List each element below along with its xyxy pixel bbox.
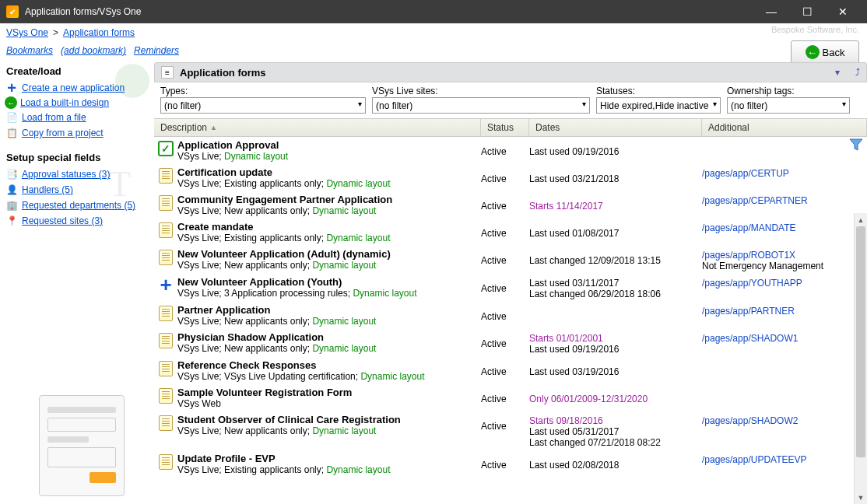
- table-row[interactable]: Sample Volunteer Registration FormVSys W…: [154, 384, 867, 411]
- doc-icon: [154, 304, 177, 327]
- row-dates: Last used 03/19/2016: [529, 359, 702, 382]
- col-additional[interactable]: Additional: [702, 119, 867, 136]
- file-open-icon: 📄: [5, 110, 19, 124]
- scroll-up-icon[interactable]: ▲: [855, 213, 867, 226]
- table-row[interactable]: Certification updateVSys Live; Existing …: [154, 164, 867, 191]
- add-bookmark-link[interactable]: (add bookmark): [61, 45, 126, 56]
- row-additional: [702, 387, 867, 409]
- sidebar-copy-project[interactable]: 📋 Copy from a project: [5, 125, 149, 141]
- row-meta: VSys Live; New applicants only; Dynamic …: [177, 425, 476, 436]
- row-additional: /pages/app/SHADOW1: [702, 331, 867, 355]
- row-status: Active: [481, 139, 529, 162]
- scrollbar[interactable]: ▲ ▼: [854, 213, 867, 504]
- sidebar-approval-statuses[interactable]: 📑 Approval statuses (3): [5, 166, 149, 182]
- back-button[interactable]: ← Back: [791, 40, 859, 64]
- table-row[interactable]: New Volunteer Application (Adult) (dynam…: [154, 246, 867, 274]
- sidebar-requested-departments[interactable]: 🏢 Requested departments (5): [5, 198, 149, 213]
- filter-statuses-select[interactable]: Hide expired,Hide inactive: [596, 97, 721, 114]
- row-status: Active: [481, 221, 529, 243]
- row-dates: Last used 03/11/2017Last changed 06/29/2…: [529, 276, 702, 299]
- col-dates[interactable]: Dates: [529, 119, 702, 136]
- doc-icon: [154, 331, 177, 355]
- table-row[interactable]: Partner ApplicationVSys Live; New applic…: [154, 302, 867, 329]
- row-status: Active: [481, 194, 529, 216]
- bookmarks-row: Bookmarks (add bookmark) Reminders: [0, 42, 867, 59]
- reminders-link[interactable]: Reminders: [134, 45, 179, 56]
- row-additional: /pages/app/PARTNER: [702, 304, 867, 327]
- row-title: Reference Check Responses: [177, 359, 476, 371]
- arrow-left-icon: ←: [5, 96, 17, 109]
- row-status: Active: [481, 166, 529, 189]
- column-headers: Description▲ Status Dates Additional: [154, 118, 867, 137]
- filter-tags-select[interactable]: (no filter): [727, 97, 850, 114]
- bookmarks-link[interactable]: Bookmarks: [6, 45, 53, 56]
- row-title: Student Observer of Clinical Care Regist…: [177, 414, 476, 425]
- row-dates: Last used 09/19/2016: [529, 139, 702, 162]
- close-button[interactable]: ✕: [825, 0, 861, 23]
- breadcrumb-root[interactable]: VSys One: [6, 27, 48, 38]
- sidebar-handlers[interactable]: 👤 Handlers (5): [5, 182, 149, 198]
- filter-tags-label: Ownership tags:: [727, 86, 850, 96]
- row-status: Active: [481, 453, 529, 475]
- row-status: Active: [481, 248, 529, 271]
- doc-preview-icon: [39, 395, 125, 496]
- row-additional: /pages/app/SHADOW2: [702, 414, 867, 448]
- filter-types-select[interactable]: (no filter): [160, 97, 366, 114]
- doc-icon: [154, 248, 177, 271]
- table-row[interactable]: Community Engagement Partner Application…: [154, 191, 867, 219]
- row-title: New Volunteer Application (Adult) (dynam…: [177, 248, 476, 260]
- copy-icon: 📋: [5, 126, 19, 140]
- panel-dropdown-icon[interactable]: ▾: [835, 67, 840, 78]
- row-additional: /pages/app/CERTUP: [702, 166, 867, 189]
- sidebar-load-builtin[interactable]: ← Load a built-in design: [5, 96, 149, 110]
- table-row[interactable]: Update Profile - EVPVSys Live; Existing …: [154, 450, 867, 478]
- row-dates: Starts 01/01/2001Last used 09/19/2016: [529, 331, 702, 355]
- scroll-down-icon[interactable]: ▼: [855, 491, 867, 504]
- table-row[interactable]: Student Observer of Clinical Care Regist…: [154, 411, 867, 450]
- window-title: Application forms/VSys One: [25, 6, 753, 17]
- breadcrumb: VSys One > Application forms Bespoke Sof…: [0, 23, 867, 42]
- col-description[interactable]: Description▲: [154, 119, 481, 136]
- row-dates: [529, 304, 702, 327]
- table-row[interactable]: Physician Shadow ApplicationVSys Live; N…: [154, 329, 867, 357]
- row-status: Active: [481, 276, 529, 299]
- panel-collapse-icon[interactable]: ⤴: [855, 67, 860, 78]
- sidebar: Create/load + Create a new application ←…: [0, 62, 154, 504]
- row-title: Community Engagement Partner Application: [177, 194, 476, 205]
- row-title: Create mandate: [177, 221, 476, 233]
- sidebar-requested-sites[interactable]: 📍 Requested sites (3): [5, 213, 149, 229]
- doc-icon: [154, 166, 177, 189]
- rows-container: ✓Application ApprovalVSys Live; Dynamic …: [154, 137, 867, 504]
- sidebar-create-new[interactable]: + Create a new application: [5, 80, 149, 96]
- panel-title: Application forms: [180, 67, 829, 79]
- table-row[interactable]: +New Volunteer Application (Youth)VSys L…: [154, 274, 867, 302]
- row-status: Active: [481, 414, 529, 448]
- minimize-button[interactable]: —: [753, 0, 789, 23]
- brand-text: Bespoke Software, Inc.: [771, 25, 859, 34]
- row-title: Physician Shadow Application: [177, 331, 476, 343]
- table-row[interactable]: ✓Application ApprovalVSys Live; Dynamic …: [154, 137, 867, 164]
- breadcrumb-current[interactable]: Application forms: [63, 27, 135, 38]
- plus-icon: +: [5, 81, 19, 95]
- col-status[interactable]: Status: [481, 119, 529, 136]
- row-dates: Only 06/01/2009-12/31/2020: [529, 387, 702, 409]
- filter-sites-select[interactable]: (no filter): [372, 97, 590, 114]
- doc-icon: [154, 387, 177, 409]
- row-meta: VSys Live; New applicants only; Dynamic …: [177, 316, 476, 327]
- row-additional: [702, 359, 867, 382]
- doc-icon: [154, 414, 177, 448]
- doc-icon: [154, 359, 177, 382]
- maximize-button[interactable]: ☐: [789, 0, 825, 23]
- site-icon: 📍: [5, 214, 19, 228]
- doc-icon: [154, 453, 177, 475]
- row-status: Active: [481, 304, 529, 327]
- scroll-thumb[interactable]: [856, 226, 865, 457]
- table-row[interactable]: Reference Check ResponsesVSys Live; VSys…: [154, 357, 867, 384]
- row-meta: VSys Live; Existing applicants only; Dyn…: [177, 464, 476, 475]
- sidebar-load-file[interactable]: 📄 Load from a file: [5, 110, 149, 125]
- row-title: New Volunteer Application (Youth): [177, 276, 476, 288]
- sidebar-setup-header: Setup special fields: [6, 152, 148, 163]
- table-row[interactable]: Create mandateVSys Live; Existing applic…: [154, 219, 867, 246]
- filter-funnel-icon[interactable]: [848, 137, 864, 152]
- row-dates: Starts 09/18/2016Last used 05/31/2017Las…: [529, 414, 702, 448]
